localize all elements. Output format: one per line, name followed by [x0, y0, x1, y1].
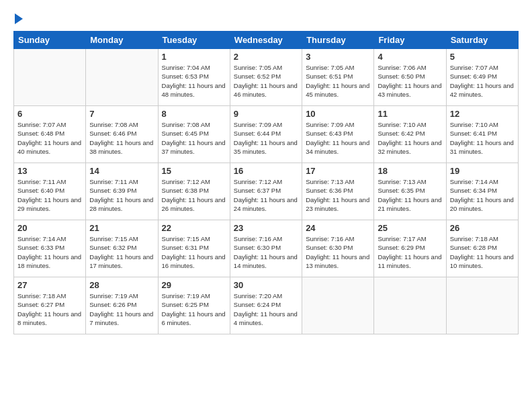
day-number: 20	[17, 223, 82, 233]
day-info: Sunrise: 7:04 AM Sunset: 6:53 PM Dayligh…	[162, 63, 226, 99]
day-number: 29	[162, 280, 226, 290]
calendar-day-cell	[86, 49, 158, 106]
day-number: 18	[378, 166, 442, 176]
weekday-header: Thursday	[302, 32, 374, 49]
calendar-day-cell: 9Sunrise: 7:09 AM Sunset: 6:44 PM Daylig…	[230, 106, 302, 163]
calendar-day-cell: 28Sunrise: 7:19 AM Sunset: 6:26 PM Dayli…	[86, 277, 158, 334]
day-number: 2	[234, 52, 298, 62]
day-number: 14	[89, 166, 154, 176]
calendar-day-cell: 12Sunrise: 7:10 AM Sunset: 6:41 PM Dayli…	[446, 106, 518, 163]
day-info: Sunrise: 7:08 AM Sunset: 6:46 PM Dayligh…	[89, 120, 154, 156]
day-info: Sunrise: 7:06 AM Sunset: 6:50 PM Dayligh…	[378, 63, 442, 99]
calendar-week-row: 6Sunrise: 7:07 AM Sunset: 6:48 PM Daylig…	[14, 106, 519, 163]
day-number: 3	[306, 52, 370, 62]
calendar-day-cell: 15Sunrise: 7:12 AM Sunset: 6:38 PM Dayli…	[158, 163, 230, 220]
day-info: Sunrise: 7:16 AM Sunset: 6:30 PM Dayligh…	[306, 234, 370, 270]
calendar-day-cell: 14Sunrise: 7:11 AM Sunset: 6:39 PM Dayli…	[86, 163, 158, 220]
day-info: Sunrise: 7:05 AM Sunset: 6:51 PM Dayligh…	[306, 63, 370, 99]
day-info: Sunrise: 7:18 AM Sunset: 6:28 PM Dayligh…	[450, 234, 515, 270]
calendar-day-cell: 4Sunrise: 7:06 AM Sunset: 6:50 PM Daylig…	[374, 49, 446, 106]
weekday-header: Tuesday	[158, 32, 230, 49]
day-info: Sunrise: 7:14 AM Sunset: 6:34 PM Dayligh…	[450, 177, 515, 213]
day-info: Sunrise: 7:10 AM Sunset: 6:42 PM Dayligh…	[378, 120, 442, 156]
calendar-day-cell: 3Sunrise: 7:05 AM Sunset: 6:51 PM Daylig…	[302, 49, 374, 106]
day-number: 12	[450, 109, 515, 119]
day-number: 22	[162, 223, 226, 233]
calendar-table: SundayMondayTuesdayWednesdayThursdayFrid…	[13, 31, 519, 334]
day-info: Sunrise: 7:09 AM Sunset: 6:44 PM Dayligh…	[234, 120, 298, 156]
day-number: 5	[450, 52, 515, 62]
day-info: Sunrise: 7:08 AM Sunset: 6:45 PM Dayligh…	[162, 120, 226, 156]
calendar-day-cell	[446, 277, 518, 334]
day-number: 23	[234, 223, 298, 233]
logo	[13, 13, 23, 24]
calendar-day-cell: 17Sunrise: 7:13 AM Sunset: 6:36 PM Dayli…	[302, 163, 374, 220]
calendar-day-cell: 5Sunrise: 7:07 AM Sunset: 6:49 PM Daylig…	[446, 49, 518, 106]
calendar-week-row: 27Sunrise: 7:18 AM Sunset: 6:27 PM Dayli…	[14, 277, 519, 334]
day-number: 27	[17, 280, 82, 290]
day-info: Sunrise: 7:19 AM Sunset: 6:26 PM Dayligh…	[89, 291, 154, 327]
calendar-header-row: SundayMondayTuesdayWednesdayThursdayFrid…	[14, 32, 519, 49]
calendar-week-row: 1Sunrise: 7:04 AM Sunset: 6:53 PM Daylig…	[14, 49, 519, 106]
day-number: 16	[234, 166, 298, 176]
calendar-day-cell: 26Sunrise: 7:18 AM Sunset: 6:28 PM Dayli…	[446, 220, 518, 277]
day-info: Sunrise: 7:12 AM Sunset: 6:37 PM Dayligh…	[234, 177, 298, 213]
day-number: 24	[306, 223, 370, 233]
calendar-day-cell: 18Sunrise: 7:13 AM Sunset: 6:35 PM Dayli…	[374, 163, 446, 220]
calendar-week-row: 20Sunrise: 7:14 AM Sunset: 6:33 PM Dayli…	[14, 220, 519, 277]
calendar-day-cell	[374, 277, 446, 334]
day-info: Sunrise: 7:18 AM Sunset: 6:27 PM Dayligh…	[17, 291, 82, 327]
day-info: Sunrise: 7:13 AM Sunset: 6:35 PM Dayligh…	[378, 177, 442, 213]
calendar-day-cell: 19Sunrise: 7:14 AM Sunset: 6:34 PM Dayli…	[446, 163, 518, 220]
calendar-day-cell: 13Sunrise: 7:11 AM Sunset: 6:40 PM Dayli…	[14, 163, 86, 220]
day-info: Sunrise: 7:07 AM Sunset: 6:48 PM Dayligh…	[17, 120, 82, 156]
calendar-day-cell: 25Sunrise: 7:17 AM Sunset: 6:29 PM Dayli…	[374, 220, 446, 277]
calendar-day-cell: 24Sunrise: 7:16 AM Sunset: 6:30 PM Dayli…	[302, 220, 374, 277]
day-number: 11	[378, 109, 442, 119]
calendar-day-cell: 22Sunrise: 7:15 AM Sunset: 6:31 PM Dayli…	[158, 220, 230, 277]
day-info: Sunrise: 7:10 AM Sunset: 6:41 PM Dayligh…	[450, 120, 515, 156]
day-number: 9	[234, 109, 298, 119]
day-info: Sunrise: 7:15 AM Sunset: 6:32 PM Dayligh…	[89, 234, 154, 270]
day-number: 10	[306, 109, 370, 119]
calendar-day-cell	[302, 277, 374, 334]
calendar-day-cell: 2Sunrise: 7:05 AM Sunset: 6:52 PM Daylig…	[230, 49, 302, 106]
calendar-day-cell: 30Sunrise: 7:20 AM Sunset: 6:24 PM Dayli…	[230, 277, 302, 334]
day-info: Sunrise: 7:12 AM Sunset: 6:38 PM Dayligh…	[162, 177, 226, 213]
calendar-day-cell	[14, 49, 86, 106]
day-number: 15	[162, 166, 226, 176]
calendar-day-cell: 23Sunrise: 7:16 AM Sunset: 6:30 PM Dayli…	[230, 220, 302, 277]
calendar-day-cell: 21Sunrise: 7:15 AM Sunset: 6:32 PM Dayli…	[86, 220, 158, 277]
calendar-week-row: 13Sunrise: 7:11 AM Sunset: 6:40 PM Dayli…	[14, 163, 519, 220]
day-info: Sunrise: 7:16 AM Sunset: 6:30 PM Dayligh…	[234, 234, 298, 270]
calendar-day-cell: 11Sunrise: 7:10 AM Sunset: 6:42 PM Dayli…	[374, 106, 446, 163]
day-number: 30	[234, 280, 298, 290]
calendar-day-cell: 1Sunrise: 7:04 AM Sunset: 6:53 PM Daylig…	[158, 49, 230, 106]
day-number: 25	[378, 223, 442, 233]
day-number: 28	[89, 280, 154, 290]
day-number: 4	[378, 52, 442, 62]
calendar-day-cell: 29Sunrise: 7:19 AM Sunset: 6:25 PM Dayli…	[158, 277, 230, 334]
day-number: 13	[17, 166, 82, 176]
page-header	[13, 13, 519, 24]
day-info: Sunrise: 7:07 AM Sunset: 6:49 PM Dayligh…	[450, 63, 515, 99]
calendar-day-cell: 10Sunrise: 7:09 AM Sunset: 6:43 PM Dayli…	[302, 106, 374, 163]
weekday-header: Friday	[374, 32, 446, 49]
day-number: 1	[162, 52, 226, 62]
day-info: Sunrise: 7:11 AM Sunset: 6:40 PM Dayligh…	[17, 177, 82, 213]
day-number: 6	[17, 109, 82, 119]
day-info: Sunrise: 7:13 AM Sunset: 6:36 PM Dayligh…	[306, 177, 370, 213]
day-info: Sunrise: 7:05 AM Sunset: 6:52 PM Dayligh…	[234, 63, 298, 99]
calendar-day-cell: 7Sunrise: 7:08 AM Sunset: 6:46 PM Daylig…	[86, 106, 158, 163]
day-info: Sunrise: 7:09 AM Sunset: 6:43 PM Dayligh…	[306, 120, 370, 156]
day-info: Sunrise: 7:20 AM Sunset: 6:24 PM Dayligh…	[234, 291, 298, 327]
day-number: 8	[162, 109, 226, 119]
day-number: 17	[306, 166, 370, 176]
day-info: Sunrise: 7:19 AM Sunset: 6:25 PM Dayligh…	[162, 291, 226, 327]
weekday-header: Monday	[86, 32, 158, 49]
calendar-day-cell: 27Sunrise: 7:18 AM Sunset: 6:27 PM Dayli…	[14, 277, 86, 334]
calendar-day-cell: 16Sunrise: 7:12 AM Sunset: 6:37 PM Dayli…	[230, 163, 302, 220]
day-number: 21	[89, 223, 154, 233]
day-info: Sunrise: 7:17 AM Sunset: 6:29 PM Dayligh…	[378, 234, 442, 270]
calendar-day-cell: 8Sunrise: 7:08 AM Sunset: 6:45 PM Daylig…	[158, 106, 230, 163]
